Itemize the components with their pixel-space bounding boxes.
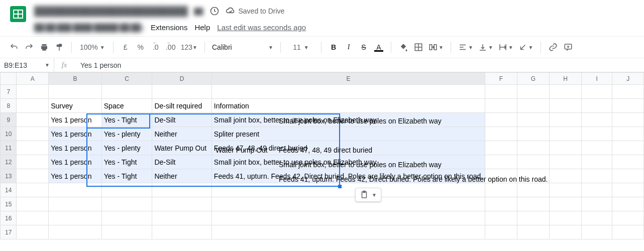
cell-B8[interactable]: Survey — [49, 99, 102, 113]
cell-B12[interactable]: Yes 1 person — [49, 155, 102, 169]
cell-H11[interactable] — [550, 141, 582, 155]
menu-help[interactable]: Help — [194, 23, 210, 32]
sheets-logo[interactable] — [8, 4, 28, 24]
column-header-G[interactable]: G — [517, 73, 550, 85]
cell-I13[interactable] — [582, 169, 612, 183]
cell-J11[interactable] — [612, 141, 644, 155]
cell-I8[interactable] — [582, 99, 612, 113]
cell-E7[interactable] — [211, 85, 485, 99]
cell-A17[interactable] — [17, 225, 49, 239]
cell-I9[interactable] — [582, 113, 612, 127]
sheet-area[interactable]: ABCDEFGHIJ 78SurveySpaceDe-silt required… — [0, 72, 644, 239]
cell-H12[interactable] — [550, 155, 582, 169]
cell-C10[interactable]: Yes - plenty — [101, 127, 152, 141]
more-formats-button[interactable]: 123▼ — [179, 40, 199, 54]
font-size-select[interactable]: 11▼ — [286, 40, 316, 54]
column-header-E[interactable]: E — [211, 73, 485, 85]
cell-C7[interactable] — [101, 85, 152, 99]
row-header-10[interactable]: 10 — [1, 127, 17, 141]
decrease-decimal-button[interactable]: .0← — [149, 40, 163, 54]
cell-E14[interactable] — [211, 183, 485, 197]
cell-J12[interactable] — [612, 155, 644, 169]
horizontal-align-button[interactable]: ▼ — [456, 40, 475, 54]
cell-B7[interactable] — [49, 85, 102, 99]
cell-F11[interactable] — [485, 141, 517, 155]
cell-F13[interactable] — [485, 169, 517, 183]
cell-G10[interactable] — [517, 127, 550, 141]
column-header-J[interactable]: J — [612, 73, 644, 85]
name-box[interactable]: B9:E13 ▼ — [0, 58, 54, 72]
merge-cells-button[interactable]: ▼ — [426, 40, 446, 54]
font-family-select[interactable]: Calibri▼ — [210, 40, 275, 54]
cell-D16[interactable] — [152, 211, 211, 225]
cell-E10[interactable]: Spliter present — [211, 127, 485, 141]
cell-H14[interactable] — [550, 183, 582, 197]
cell-F16[interactable] — [485, 211, 517, 225]
cell-G15[interactable] — [517, 197, 550, 211]
cell-A11[interactable] — [17, 141, 49, 155]
cell-G12[interactable] — [517, 155, 550, 169]
increase-decimal-button[interactable]: .00→ — [164, 40, 178, 54]
cell-D8[interactable]: De-silt required — [152, 99, 211, 113]
select-all-corner[interactable] — [1, 73, 17, 85]
cell-I16[interactable] — [582, 211, 612, 225]
strikethrough-button[interactable]: S — [357, 40, 371, 54]
cell-E8[interactable]: Information — [211, 99, 485, 113]
cell-D15[interactable] — [152, 197, 211, 211]
cell-E9[interactable]: Small joint box, better to use poles on … — [211, 113, 485, 127]
row-header-12[interactable]: 12 — [1, 155, 17, 169]
spreadsheet-grid[interactable]: ABCDEFGHIJ 78SurveySpaceDe-silt required… — [0, 72, 644, 239]
cell-C17[interactable] — [101, 225, 152, 239]
cell-F10[interactable] — [485, 127, 517, 141]
paint-format-button[interactable] — [52, 40, 66, 54]
cell-B17[interactable] — [49, 225, 102, 239]
cell-A12[interactable] — [17, 155, 49, 169]
cell-G16[interactable] — [517, 211, 550, 225]
column-header-C[interactable]: C — [101, 73, 152, 85]
cell-D17[interactable] — [152, 225, 211, 239]
cell-G17[interactable] — [517, 225, 550, 239]
save-status[interactable]: Saved to Drive — [226, 6, 285, 16]
cell-B11[interactable]: Yes 1 person — [49, 141, 102, 155]
row-header-14[interactable]: 14 — [1, 183, 17, 197]
cell-D12[interactable]: De-Silt — [152, 155, 211, 169]
column-header-B[interactable]: B — [49, 73, 102, 85]
cell-F9[interactable] — [485, 113, 517, 127]
column-header-I[interactable]: I — [582, 73, 612, 85]
cell-A10[interactable] — [17, 127, 49, 141]
cell-B15[interactable] — [49, 197, 102, 211]
row-header-9[interactable]: 9 — [1, 113, 17, 127]
cell-D7[interactable] — [152, 85, 211, 99]
cell-I15[interactable] — [582, 197, 612, 211]
cell-D11[interactable]: Water Pump Out — [152, 141, 211, 155]
cell-B13[interactable]: Yes 1 person — [49, 169, 102, 183]
cell-D13[interactable]: Neither — [152, 169, 211, 183]
cell-A7[interactable] — [17, 85, 49, 99]
cell-E16[interactable] — [211, 211, 485, 225]
cell-F17[interactable] — [485, 225, 517, 239]
cell-G13[interactable] — [517, 169, 550, 183]
cell-F14[interactable] — [485, 183, 517, 197]
column-header-F[interactable]: F — [485, 73, 517, 85]
doc-title[interactable]: ████████████████████████ — [34, 6, 188, 17]
column-header-A[interactable]: A — [17, 73, 49, 85]
row-header-15[interactable]: 15 — [1, 197, 17, 211]
borders-button[interactable] — [411, 40, 425, 54]
vertical-align-button[interactable]: ▼ — [476, 40, 495, 54]
cell-J15[interactable] — [612, 197, 644, 211]
fill-color-button[interactable] — [396, 40, 410, 54]
cell-C13[interactable]: Yes - Tight — [101, 169, 152, 183]
cell-H16[interactable] — [550, 211, 582, 225]
cell-I14[interactable] — [582, 183, 612, 197]
insert-link-button[interactable] — [546, 40, 560, 54]
text-wrap-button[interactable]: ▼ — [496, 40, 515, 54]
last-edit-link[interactable]: Last edit was seconds ago — [217, 23, 306, 32]
cell-J10[interactable] — [612, 127, 644, 141]
cell-A15[interactable] — [17, 197, 49, 211]
cell-H9[interactable] — [550, 113, 582, 127]
paste-options-menu[interactable]: ▼ — [355, 188, 381, 202]
currency-button[interactable]: £ — [119, 40, 133, 54]
cell-J8[interactable] — [612, 99, 644, 113]
cell-A16[interactable] — [17, 211, 49, 225]
cell-B9[interactable]: Yes 1 person — [49, 113, 102, 127]
